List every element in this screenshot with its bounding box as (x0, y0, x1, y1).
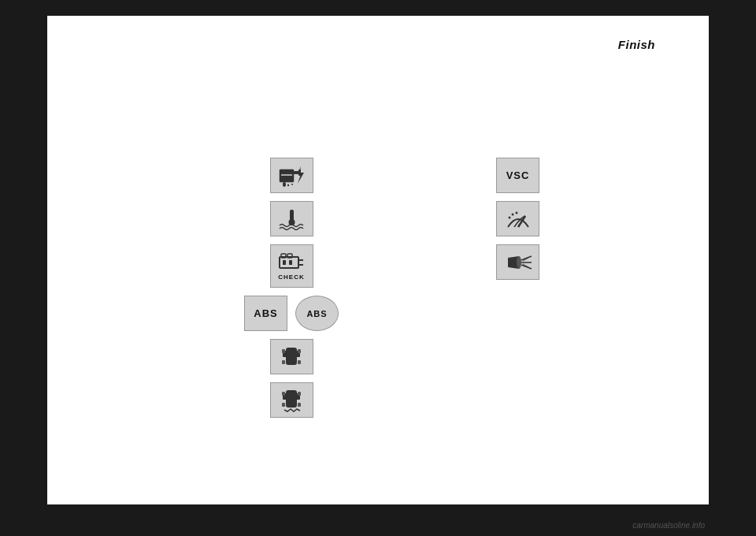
svg-rect-15 (283, 260, 286, 265)
skid-icon (270, 382, 313, 418)
svg-rect-16 (289, 260, 292, 265)
headlamp-icon (496, 244, 539, 280)
svg-rect-28 (298, 392, 301, 396)
svg-point-6 (291, 184, 293, 185)
coolant-svg (276, 207, 306, 232)
check-engine-svg (276, 252, 306, 273)
skid-svg (276, 388, 306, 413)
vsc-label: VSC (506, 169, 530, 181)
svg-rect-23 (298, 360, 301, 364)
svg-rect-30 (298, 403, 301, 407)
svg-line-37 (521, 265, 532, 269)
oil-level-svg (276, 163, 306, 188)
brake-svg (276, 344, 306, 370)
svg-rect-11 (281, 254, 286, 258)
abs-circle-label: ABS (306, 309, 327, 318)
svg-point-32 (511, 213, 513, 215)
svg-rect-27 (282, 392, 285, 396)
page-content: Finish (47, 16, 709, 504)
check-label: CHECK (278, 274, 304, 281)
svg-rect-29 (282, 403, 285, 407)
svg-rect-24 (286, 390, 297, 408)
rear-wiper-svg (503, 207, 533, 232)
brake-warning-icon (270, 339, 313, 374)
svg-rect-22 (282, 360, 285, 364)
abs-text-icon: ABS (244, 296, 287, 331)
svg-rect-8 (290, 210, 294, 221)
check-engine-icon: CHECK (270, 244, 313, 288)
abs-row: ABS ABS (244, 296, 339, 331)
headlamp-svg (503, 250, 533, 275)
svg-rect-17 (286, 348, 297, 365)
svg-point-33 (515, 211, 517, 214)
finish-label: Finish (618, 38, 655, 51)
svg-point-4 (283, 182, 286, 187)
vsc-icon: VSC (496, 158, 539, 193)
svg-point-5 (287, 184, 289, 185)
coolant-icon (270, 201, 313, 236)
right-icon-column: VSC (496, 158, 539, 280)
svg-point-34 (517, 256, 521, 269)
svg-rect-21 (298, 349, 301, 353)
svg-rect-20 (282, 349, 285, 353)
rear-wiper-icon (496, 201, 539, 236)
svg-point-31 (508, 216, 510, 218)
watermark: carmanualsoline.info (632, 521, 705, 530)
left-icon-column: CHECK ABS ABS (244, 158, 339, 418)
abs-text-label: ABS (254, 307, 277, 319)
oil-level-icon (270, 158, 313, 193)
svg-rect-12 (287, 254, 292, 258)
abs-circle-icon: ABS (295, 296, 339, 331)
svg-rect-3 (281, 174, 292, 176)
svg-line-35 (521, 256, 532, 260)
